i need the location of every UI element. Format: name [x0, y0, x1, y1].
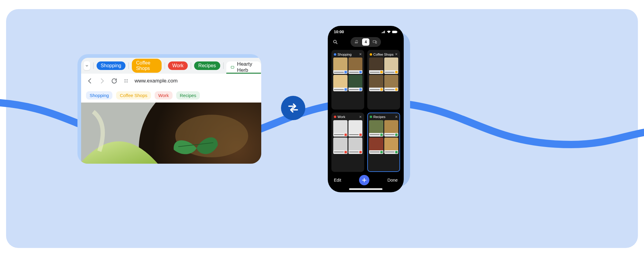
group-header: Work✕ — [333, 114, 362, 120]
seg-devices[interactable] — [371, 38, 379, 46]
tab-groups-grid: Shopping✕Coffee Shops✕Work✕Recipes✕ — [331, 50, 401, 172]
svg-rect-7 — [397, 31, 397, 33]
plus-icon — [361, 177, 367, 183]
desktop-browser-frame: Shopping Coffee Shops Work Recipes Heart… — [77, 54, 261, 164]
close-group-icon[interactable]: ✕ — [395, 52, 398, 56]
back-button[interactable] — [87, 78, 93, 84]
sync-icon — [281, 96, 305, 120]
tab-thumbnail[interactable] — [384, 58, 399, 74]
tab-group-shopping[interactable]: Shopping✕ — [331, 50, 364, 110]
browser-window: Shopping Coffee Shops Work Recipes Heart… — [81, 58, 261, 164]
edit-button[interactable]: Edit — [334, 178, 341, 183]
close-group-icon[interactable]: ✕ — [359, 52, 362, 56]
tab-thumbnail[interactable] — [333, 58, 348, 74]
tab-groups-dropdown[interactable] — [84, 61, 90, 70]
svg-rect-0 — [231, 66, 234, 68]
site-settings-icon[interactable] — [123, 78, 129, 84]
separator — [223, 62, 224, 69]
group-header: Shopping✕ — [333, 52, 362, 58]
separator — [128, 62, 129, 69]
battery-icon — [392, 30, 398, 33]
group-label: Recipes — [373, 115, 385, 119]
tab-thumbnail[interactable] — [384, 120, 399, 137]
signal-icon — [381, 30, 385, 33]
chip-work[interactable]: Work — [155, 91, 173, 99]
tab-group-coffee-shops[interactable]: Coffee Shops — [132, 59, 162, 73]
site-favicon-icon — [231, 64, 235, 70]
seg-incognito[interactable] — [353, 38, 360, 46]
forward-button[interactable] — [99, 78, 105, 84]
active-tab-label: Hearty Herb — [237, 61, 257, 73]
group-label: Shopping — [337, 53, 352, 56]
tab-thumbnail[interactable] — [348, 120, 363, 137]
chip-recipes[interactable]: Recipes — [176, 91, 200, 99]
svg-rect-10 — [375, 41, 377, 44]
bookmark-bar: Shopping Coffee Shops Work Recipes — [81, 88, 261, 103]
toolbar: www.example.com — [81, 74, 261, 88]
wifi-icon — [387, 30, 391, 33]
new-tab-button[interactable] — [359, 175, 369, 185]
tab-thumbnail[interactable] — [369, 120, 383, 137]
devices-icon — [372, 40, 377, 44]
tab-group-shopping[interactable]: Shopping — [97, 61, 126, 70]
svg-point-1 — [125, 79, 125, 80]
incognito-icon — [354, 40, 359, 44]
tab-thumbnail[interactable] — [333, 120, 348, 137]
group-thumbs — [333, 58, 362, 91]
group-header: Recipes✕ — [369, 114, 398, 120]
group-label: Coffee Shops — [373, 53, 393, 56]
illustration-canvas: Shopping Coffee Shops Work Recipes Heart… — [6, 9, 638, 248]
chevron-down-icon — [85, 64, 89, 68]
search-icon[interactable] — [333, 39, 338, 45]
phone-frame: 10:00 4 Shopping✕Coffee S — [328, 26, 404, 192]
tab-thumbnail[interactable] — [369, 75, 383, 91]
phone-toolbar: 4 — [331, 36, 401, 50]
tab-thumbnail[interactable] — [369, 58, 383, 74]
seg-tab-count: 4 — [365, 40, 367, 44]
svg-point-8 — [334, 40, 336, 43]
reload-button[interactable] — [111, 78, 118, 84]
group-thumbs — [333, 120, 362, 154]
tab-thumbnail[interactable] — [384, 75, 399, 91]
group-thumbs — [369, 120, 398, 154]
tab-thumbnail[interactable] — [348, 58, 363, 74]
group-label: Work — [337, 115, 345, 119]
tab-group-recipes[interactable]: Recipes✕ — [367, 113, 400, 172]
view-segmented-control: 4 — [351, 37, 381, 47]
separator — [165, 62, 165, 69]
done-button[interactable]: Done — [388, 178, 398, 183]
group-header: Coffee Shops✕ — [369, 52, 398, 58]
separator — [191, 62, 191, 69]
tab-thumbnail[interactable] — [333, 138, 348, 154]
close-group-icon[interactable]: ✕ — [395, 115, 398, 119]
address-bar[interactable]: www.example.com — [135, 78, 178, 84]
group-thumbs — [369, 58, 398, 91]
phone-bottom-bar: Edit Done — [331, 172, 401, 187]
tab-group-coffee-shops[interactable]: Coffee Shops✕ — [367, 50, 400, 110]
status-bar: 10:00 — [331, 29, 401, 36]
tab-group-work[interactable]: Work — [168, 61, 188, 70]
tab-thumbnail[interactable] — [348, 75, 363, 91]
svg-rect-6 — [392, 31, 397, 33]
seg-tab-groups[interactable]: 4 — [362, 38, 369, 46]
status-time: 10:00 — [334, 30, 344, 34]
tab-group-work[interactable]: Work✕ — [331, 113, 364, 172]
close-group-icon[interactable]: ✕ — [359, 115, 362, 119]
tab-thumbnail[interactable] — [348, 138, 363, 154]
home-indicator — [349, 188, 382, 190]
tab-thumbnail[interactable] — [333, 75, 348, 91]
tab-group-recipes[interactable]: Recipes — [194, 61, 220, 70]
chip-shopping[interactable]: Shopping — [86, 91, 112, 99]
separator — [93, 62, 94, 69]
svg-point-2 — [127, 79, 128, 80]
tab-strip: Shopping Coffee Shops Work Recipes Heart… — [81, 58, 261, 74]
chip-coffee-shops[interactable]: Coffee Shops — [116, 91, 151, 99]
page-content-image — [81, 103, 261, 164]
tab-thumbnail[interactable] — [369, 138, 383, 154]
tab-thumbnail[interactable] — [384, 138, 399, 154]
active-tab[interactable]: Hearty Herb — [226, 61, 261, 74]
